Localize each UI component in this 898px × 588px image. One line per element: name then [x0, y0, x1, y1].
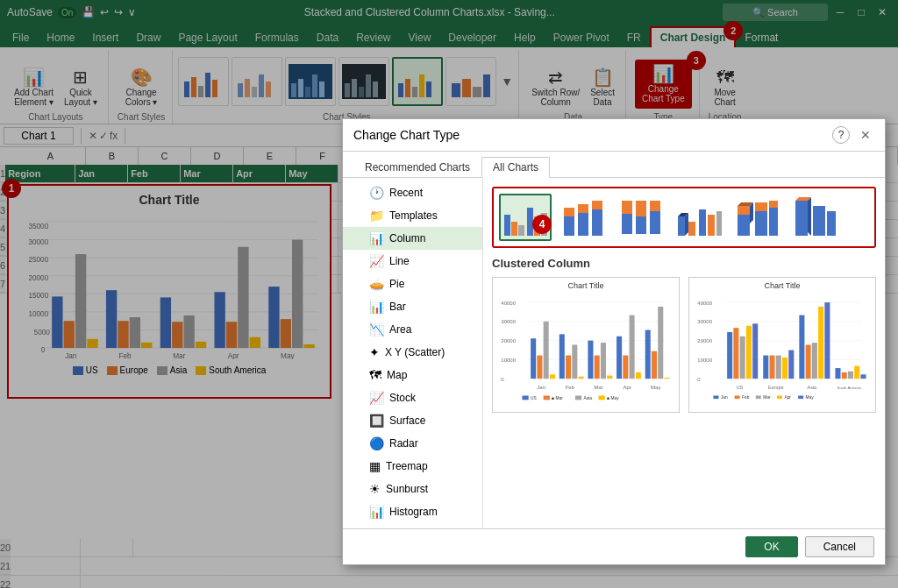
dialog-main-panel: 4 Clustered Column Chart Title	[483, 178, 885, 528]
svg-rect-191	[756, 395, 761, 399]
svg-rect-129	[595, 356, 600, 379]
svg-rect-103	[769, 208, 778, 236]
scatter-icon: ✦	[369, 345, 380, 359]
svg-rect-127	[579, 377, 584, 379]
surface-icon: 🔲	[369, 414, 384, 428]
dialog-close-button[interactable]: ✕	[857, 126, 874, 144]
tab-all-charts[interactable]: All Charts	[481, 157, 550, 178]
svg-rect-81	[578, 204, 588, 213]
svg-rect-96	[716, 211, 722, 236]
svg-text:■ May: ■ May	[607, 396, 619, 400]
sidebar-item-pie[interactable]: 🥧 Pie	[343, 273, 482, 295]
cancel-button[interactable]: Cancel	[805, 536, 874, 557]
svg-rect-101	[755, 211, 767, 236]
svg-text:10000: 10000	[501, 358, 516, 363]
sidebar-histogram-label: Histogram	[389, 506, 438, 518]
preview-by-region: Chart Title 0 10000 20000	[688, 277, 876, 413]
sidebar-item-templates[interactable]: 📁 Templates	[343, 204, 482, 227]
sidebar-surface-label: Surface	[389, 414, 425, 427]
svg-rect-147	[544, 395, 550, 400]
change-chart-type-dialog: Change Chart Type ? ✕ Recommended Charts…	[342, 118, 886, 565]
svg-rect-168	[763, 356, 768, 379]
svg-text:Asia: Asia	[584, 396, 593, 400]
subtype-stacked-column[interactable]	[557, 194, 609, 241]
sidebar-radar-label: Radar	[389, 437, 418, 450]
svg-rect-105	[795, 201, 808, 236]
subtype-3d-column[interactable]	[788, 194, 841, 241]
sidebar-recent-label: Recent	[389, 187, 423, 199]
svg-rect-165	[740, 337, 745, 379]
subtype-3d-clustered-column[interactable]	[673, 194, 725, 241]
svg-rect-137	[652, 351, 657, 379]
svg-text:Jan: Jan	[537, 385, 545, 390]
svg-text:Asia: Asia	[808, 385, 818, 390]
svg-rect-125	[566, 356, 571, 379]
sidebar-item-treemap[interactable]: ▦ Treemap	[343, 455, 482, 478]
svg-rect-176	[818, 307, 823, 379]
sidebar-item-surface[interactable]: 🔲 Surface	[343, 409, 482, 432]
sidebar-line-label: Line	[389, 255, 410, 267]
svg-rect-95	[708, 215, 715, 236]
svg-rect-138	[658, 307, 663, 379]
svg-text:Mar: Mar	[594, 385, 602, 390]
svg-rect-167	[752, 323, 758, 379]
svg-text:0: 0	[697, 377, 701, 382]
subtype-3d-stacked-column[interactable]	[731, 194, 783, 241]
sidebar-area-label: Area	[389, 323, 411, 336]
sidebar-bar-label: Bar	[389, 301, 406, 313]
sidebar-item-sunburst[interactable]: ☀ Sunburst	[343, 478, 482, 500]
chart-subtype-row	[492, 187, 876, 248]
svg-rect-164	[733, 328, 738, 379]
sidebar-item-bar[interactable]: 📊 Bar	[343, 295, 482, 318]
sidebar-item-scatter[interactable]: ✦ X Y (Scatter)	[343, 341, 482, 364]
sunburst-icon: ☀	[369, 482, 381, 496]
dialog-tabs: Recommended Charts All Charts	[343, 152, 885, 178]
svg-rect-73	[511, 222, 517, 236]
svg-rect-172	[788, 351, 794, 379]
tab-recommended-charts[interactable]: Recommended Charts	[353, 157, 481, 177]
svg-rect-124	[559, 334, 565, 379]
preview-month-title: Chart Title	[496, 281, 675, 290]
svg-text:Mar: Mar	[763, 395, 771, 400]
sidebar-item-area[interactable]: 📉 Area	[343, 318, 482, 341]
svg-rect-193	[777, 395, 782, 399]
svg-text:10000: 10000	[697, 358, 712, 363]
svg-text:■ Mar: ■ Mar	[552, 396, 563, 400]
svg-rect-104	[769, 201, 778, 208]
svg-text:Europe: Europe	[768, 385, 784, 390]
badge-4: 4	[532, 215, 552, 234]
svg-rect-182	[860, 374, 866, 379]
preview-month-svg: 0 10000 20000 30000 40000	[496, 292, 675, 408]
sidebar-map-label: Map	[387, 369, 407, 381]
svg-rect-149	[575, 395, 581, 400]
ok-button[interactable]: OK	[745, 536, 797, 557]
svg-marker-92	[685, 213, 688, 236]
sidebar-item-stock[interactable]: 📈 Stock	[343, 386, 482, 409]
svg-text:May: May	[806, 395, 815, 400]
svg-text:Apr: Apr	[784, 395, 791, 400]
preview-by-month: Chart Title 0 10000 20000	[492, 277, 680, 413]
sidebar-item-column[interactable]: 📊 Column	[343, 227, 482, 250]
sidebar-item-map[interactable]: 🗺 Map	[343, 364, 482, 386]
subtype-100percent-stacked-column[interactable]	[615, 194, 667, 241]
svg-rect-82	[592, 209, 602, 236]
svg-rect-179	[842, 372, 847, 379]
sidebar-item-recent[interactable]: 🕐 Recent	[343, 181, 482, 204]
svg-rect-126	[572, 344, 577, 379]
sidebar-item-line[interactable]: 📈 Line	[343, 250, 482, 273]
svg-rect-187	[713, 395, 718, 399]
svg-text:40000: 40000	[697, 301, 712, 306]
svg-rect-90	[678, 216, 685, 236]
sidebar-item-histogram[interactable]: 📊 Histogram	[343, 500, 482, 523]
svg-rect-135	[636, 372, 641, 379]
svg-rect-97	[738, 215, 750, 236]
dialog-body: 🕐 Recent 📁 Templates 📊 Column 📈 Line 🥧	[343, 178, 885, 528]
svg-text:South America: South America	[837, 386, 861, 390]
preview-region-title: Chart Title	[693, 281, 872, 290]
dialog-help-button[interactable]: ?	[832, 126, 850, 144]
chart-previews: Chart Title 0 10000 20000	[492, 277, 876, 413]
dialog-sidebar: 🕐 Recent 📁 Templates 📊 Column 📈 Line 🥧	[343, 178, 483, 528]
sidebar-scatter-label: X Y (Scatter)	[385, 346, 445, 358]
svg-rect-131	[607, 376, 612, 379]
sidebar-item-radar[interactable]: 🔵 Radar	[343, 432, 482, 455]
